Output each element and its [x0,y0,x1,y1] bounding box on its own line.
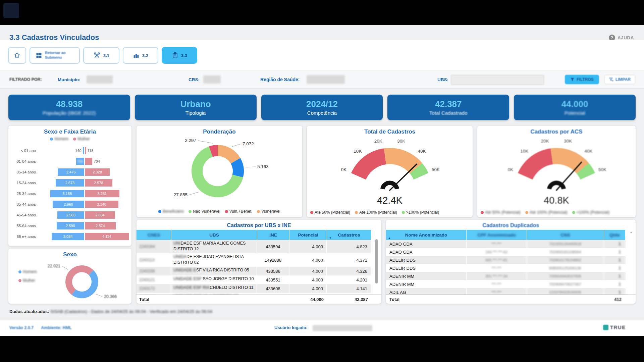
pyramid-row: 65 e+ anos3.0344.114 [12,231,128,242]
total-qtde: 412 [604,297,626,302]
women-bar[interactable] [85,158,92,165]
ubs-name-redacted-part: UNIDA [173,254,186,259]
ubs-input-redacted[interactable] [451,75,544,85]
total-potencial: 44.000 [289,297,327,302]
donut-slice-Homem[interactable] [72,270,98,298]
kpi-card[interactable]: 44.000Potencial [514,95,636,120]
tab-label: Retornar ao Submenu [45,51,74,60]
column-header-qtde[interactable]: Qtde [604,230,626,240]
table-header: Nome Anonimizado▲CPF AnonimizadoCNSQtde [386,230,626,240]
grid-icon [36,52,42,59]
kpi-card[interactable]: 2024/12Competência [261,95,383,120]
kpi-card[interactable]: UrbanoTipologia [135,95,257,120]
potencial-cell: 4.000 [289,253,327,267]
tab-retornar-submenu[interactable]: Retornar ao Submenu [30,47,80,64]
table-row[interactable]: ADIL AG***.***1233784335300061 [386,288,626,295]
table-row[interactable]: ADENIR MM***.***7029066706273671 [386,280,626,288]
card-cadastros-por-acs: Cadastros por ACS 0K10K20K30K40K50K40.8K… [477,126,636,217]
legend-swatch [355,211,358,214]
total-cadastros-gauge: 0K10K20K30K40K50K42.4K [307,126,473,210]
column-header-nome-anonimizado[interactable]: Nome Anonimizado▲ [386,230,467,240]
table-row[interactable]: 2243172UNIDADE ESF RIACHUELO DISTRITO 11… [137,284,371,293]
table-row[interactable]: ADENIR MM391.***.***-347006044430379061 [386,272,626,280]
label-leader-line [198,141,213,143]
column-header-label: Cadastros [338,232,360,238]
age-band-label: 65 e+ anos [12,235,39,239]
regiao-saude-value-redacted[interactable] [307,75,345,84]
crs-label: CRS: [189,71,200,88]
potencial-cell: 4.000 [289,240,327,253]
age-band-label: 55-64 anos [12,224,39,228]
legend-swatch [189,210,192,213]
cns-cell: 702900181108064 [527,248,604,256]
column-header-potencial[interactable]: Potencial [289,230,327,240]
kpi-card[interactable]: 48.938População (IBGE 2022) [8,95,130,120]
qtde-cell: 1 [604,280,626,288]
women-value-label: 3.140 [85,201,118,208]
municipio-value-redacted[interactable] [87,75,113,84]
kpi-row: 48.938População (IBGE 2022)UrbanoTipolog… [8,95,636,120]
column-header-cadastros[interactable]: Cadastros▼ [327,230,371,240]
tab-3-3-active[interactable]: 3.3 [162,47,197,64]
cpf-cell: ***.*** [467,264,527,272]
tab-home[interactable] [8,47,26,64]
brand-logo: TRUE [603,324,626,330]
divider [0,318,644,318]
ubs-cell: UNIDADE ESF SAO JORGE DISTRITO 10 [171,275,257,284]
kpi-value: Urbano [180,99,211,109]
table-row[interactable]: 2243121UNIDADE ESF SAO JORGE DISTRITO 10… [137,275,371,284]
crs-value-redacted[interactable] [203,75,221,84]
ubs-name-redacted-part: UNIDADE E [173,268,196,272]
women-value-label: 4.114 [85,233,129,240]
scrollbar-thumb[interactable] [375,239,378,283]
men-value-label: 140 [69,147,82,154]
filtros-button[interactable]: FILTROS [565,75,599,84]
tab-3-1[interactable]: 3.1 [83,47,119,64]
ubs-name-redacted-part: UNIDADE ESF RIA [173,285,210,290]
column-header-label: Nome Anonimizado [405,232,447,238]
legend-item: Vulnerável [257,209,280,214]
gauge-tick-label: 30K [564,139,572,144]
gauge-tick-label: 10K [520,149,528,154]
age-band-label: 35-44 anos [12,202,39,206]
ubs-name: CHUELO DISTRITO 11 [210,285,253,290]
limpar-button[interactable]: LIMPAR [604,75,635,84]
filtros-label: FILTROS [577,77,593,82]
ubs-name-redacted-part: UNIDADE ESF [173,276,203,281]
table-row[interactable]: 2243113UNIDADE ESF JOAO EVANGELISTA DIST… [137,253,371,267]
table-row[interactable]: ADAO GDA143.***.***-627029001811080641 [386,248,626,256]
age-band-label: 15-24 anos [12,181,39,185]
women-value-label: 3.231 [85,190,119,197]
kpi-label: Total Cadastrado [429,110,467,116]
potencial-cell: 4.000 [289,284,327,293]
table-row[interactable]: ADELIR DDS***.***8980051253061361 [386,264,626,272]
column-header-ine[interactable]: INE [257,230,289,240]
filter-bar: FILTRADO POR: Município: CRS: Região de … [0,70,644,89]
table-row[interactable]: 2243156UNIDADE ESF VILA RICA DISTRITO 05… [137,267,371,275]
column-header-ubs[interactable]: UBS [171,230,257,240]
kpi-label: Competência [307,110,337,116]
men-bar[interactable] [83,147,84,154]
nome-cell: ADAO GDA [386,248,467,256]
men-value-label: 765 [76,158,84,165]
status-bar: Versão 2.0.7 Ambiente: HML Usuário logad… [0,320,644,336]
brand-icon [603,325,608,330]
women-bar[interactable] [85,147,86,154]
table-row[interactable]: ADELIR DDS565.***.***-817028031781948621 [386,256,626,264]
brand-name: TRUE [610,324,626,330]
tab-3-2[interactable]: 3.2 [123,47,158,64]
cnes-cell: 2243121 [137,275,171,284]
column-header-cns[interactable]: CNS [527,230,604,240]
age-band-label: 01-04 anos [12,159,39,163]
kpi-value: 2024/12 [306,99,338,109]
card-cadastros-ubs-ine: Cadastros por UBS x INE CNESUBSINEPotenc… [137,220,381,304]
clipboard-icon [172,52,178,59]
women-value-label: 2.578 [85,179,112,187]
table-row[interactable]: ADAO GDA***.***7023091304909181 [386,240,626,248]
legend-swatch [225,210,228,213]
kpi-card[interactable]: 42.387Total Cadastrado [387,95,509,120]
column-header-cpf-anonimizado[interactable]: CPF Anonimizado [467,230,527,240]
table-row[interactable]: 2243164UNIDADE ESF MARIA ALICE GOMES DIS… [137,240,371,253]
scrollbar-up-arrow[interactable]: ▲ [630,230,633,234]
column-header-cnes[interactable]: CNES [137,230,171,240]
